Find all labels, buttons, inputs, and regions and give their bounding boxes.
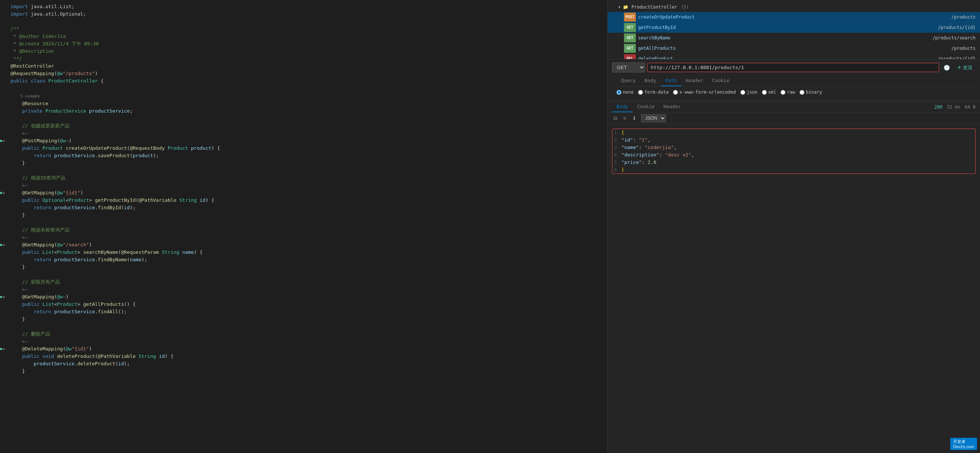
code-line: 5 usages: [0, 92, 607, 100]
code-line: // 根据名称查询产品: [0, 226, 607, 234]
tab-header[interactable]: Header: [681, 76, 708, 86]
json-line-2: 2 "id": "1",: [612, 136, 975, 144]
code-text: 5 usages: [10, 92, 604, 100]
code-text: @GetMapping(@w"/search"): [10, 241, 604, 249]
code-text: public void deleteProduct(@PathVariable …: [10, 353, 604, 360]
code-text: // 创建或更新新产品: [10, 122, 604, 130]
code-line: private ProductService productService;: [0, 108, 607, 115]
code-line: // 删除产品: [0, 330, 607, 338]
json-line-6: 6 }: [612, 166, 975, 174]
tab-body[interactable]: Body: [640, 76, 660, 86]
code-line: return productService.findById(id);: [0, 204, 607, 211]
code-text: }: [10, 315, 604, 323]
code-text: @GetMapping(@w"{id}"): [10, 189, 604, 196]
line-gutter: ● ▷: [0, 241, 10, 249]
code-line: ↳~: [0, 338, 607, 345]
tree-controller-item[interactable]: ▾ 📁 ProductController (5): [608, 2, 980, 12]
radio-xml[interactable]: xml: [762, 90, 776, 95]
code-text: return productService.findAll();: [10, 308, 604, 315]
code-text: ↳~: [10, 182, 604, 189]
radio-json[interactable]: json: [740, 90, 757, 95]
json-line-1: 1 {: [612, 129, 975, 136]
code-text: public List<Product> getAllProducts() {: [10, 301, 604, 308]
code-text: return productService.saveProduct(produc…: [10, 152, 604, 159]
body-options-row: none form-data x-www-form-urlencoded jso…: [612, 87, 975, 98]
format-select[interactable]: JSON XML TEXT: [641, 114, 666, 122]
radio-urlencoded[interactable]: x-www-form-urlencoded: [673, 90, 736, 95]
code-text: @Resource: [10, 100, 604, 108]
code-line: import java.util.List;: [0, 3, 607, 10]
tab-path[interactable]: Path: [661, 76, 681, 86]
watermark-subtext: DevZe.com: [953, 445, 974, 449]
line-gutter: ● ▷: [0, 345, 10, 353]
code-line: @RestController: [0, 62, 607, 70]
code-line: ● ▷ @DeleteMapping(@w"{id}"): [0, 345, 607, 353]
endpoint-name: getAllProducts: [638, 44, 676, 52]
json-linenum: 3: [612, 144, 621, 151]
code-line: }: [0, 263, 607, 271]
code-line: [0, 167, 607, 174]
code-line: ↳~: [0, 234, 607, 241]
radio-form-data[interactable]: form-data: [638, 90, 668, 95]
endpoint-name: createOrUpdateProduct: [638, 13, 695, 21]
response-time: 32 ms: [947, 105, 960, 109]
code-line: ↳~: [0, 130, 607, 137]
json-content: "description": "desc v2",: [621, 151, 975, 159]
tab-cookie[interactable]: Cookie: [708, 76, 734, 86]
json-content: "name": "coderjia",: [621, 144, 975, 151]
watermark-text: 开发者: [953, 439, 966, 444]
tree-endpoint-deleteProduct[interactable]: DEL deleteProduct /products/{id}: [608, 54, 980, 59]
right-panel: ▾ 📁 ProductController (5) POST createOrU…: [608, 0, 980, 453]
method-badge-get: GET: [624, 44, 636, 53]
send-button[interactable]: ✈ 发送: [955, 63, 975, 73]
format-icon[interactable]: ≡: [622, 114, 628, 122]
method-select[interactable]: GET POST PUT DELETE PATCH: [612, 62, 645, 73]
tab-query[interactable]: Query: [617, 76, 640, 86]
code-line: [0, 85, 607, 92]
code-line: ● ▷ @GetMapping(@w"{id}"): [0, 189, 607, 196]
code-text: }: [10, 367, 604, 375]
tree-endpoint-getAllProducts[interactable]: GET getAllProducts /products: [608, 43, 980, 54]
tree-endpoint-getProductById[interactable]: GET getProductById /products/{id}: [608, 22, 980, 33]
code-line: ● ▷ @GetMapping(@w~): [0, 293, 607, 301]
tree-endpoint-createOrUpdateProduct[interactable]: POST createOrUpdateProduct /products: [608, 12, 980, 22]
controller-count: (5): [681, 3, 689, 11]
clock-icon[interactable]: 🕐: [941, 63, 952, 72]
code-text: * @create 2024/11/4 下午 09:30: [10, 40, 604, 48]
status-code: 200: [934, 105, 942, 109]
code-text: // 获取所有产品: [10, 278, 604, 286]
url-input[interactable]: [648, 63, 939, 72]
code-text: return productService.findByName(name);: [10, 256, 604, 263]
endpoint-name: getProductById: [638, 24, 676, 32]
code-line: [0, 271, 607, 278]
code-text: productService.deleteProduct(id);: [10, 360, 604, 367]
request-area: GET POST PUT DELETE PATCH 🕐 ✈ 发送 Query B…: [608, 59, 980, 101]
code-text: * @Description: [10, 48, 604, 55]
code-line: * @author CoderJia: [0, 33, 607, 40]
code-text: @RequestMapping(@w"/products"): [10, 70, 604, 77]
code-text: * @author CoderJia: [10, 33, 604, 40]
code-line: ↳~: [0, 286, 607, 293]
tab-response-header[interactable]: Header: [659, 101, 685, 112]
code-line: // 创建或更新新产品: [0, 122, 607, 130]
code-line: return productService.findAll();: [0, 308, 607, 315]
json-line-3: 3 "name": "coderjia",: [612, 144, 975, 151]
send-label: 发送: [963, 64, 972, 71]
radio-binary[interactable]: binary: [800, 90, 822, 95]
endpoint-path: /products/{id}: [938, 55, 975, 59]
response-toolbar: ⧉ ≡ ⬇ JSON XML TEXT: [608, 112, 980, 124]
tree-endpoint-searchByName[interactable]: GET searchByName /products/search: [608, 33, 980, 43]
code-line: }: [0, 367, 607, 375]
code-line: import java.util.Optional;: [0, 10, 607, 18]
tab-response-body[interactable]: Body: [612, 101, 633, 112]
code-text: // 根据ID查询产品: [10, 174, 604, 182]
chevron-down-icon: ▾: [618, 3, 620, 11]
copy-icon[interactable]: ⧉: [612, 114, 619, 122]
download-icon[interactable]: ⬇: [631, 114, 638, 122]
tab-response-cookie[interactable]: Cookie: [633, 101, 659, 112]
code-text: // 删除产品: [10, 330, 604, 338]
controller-label: ProductController: [632, 3, 677, 11]
radio-none[interactable]: none: [617, 90, 634, 95]
radio-raw[interactable]: raw: [781, 90, 795, 95]
code-text: private ProductService productService;: [10, 108, 604, 115]
